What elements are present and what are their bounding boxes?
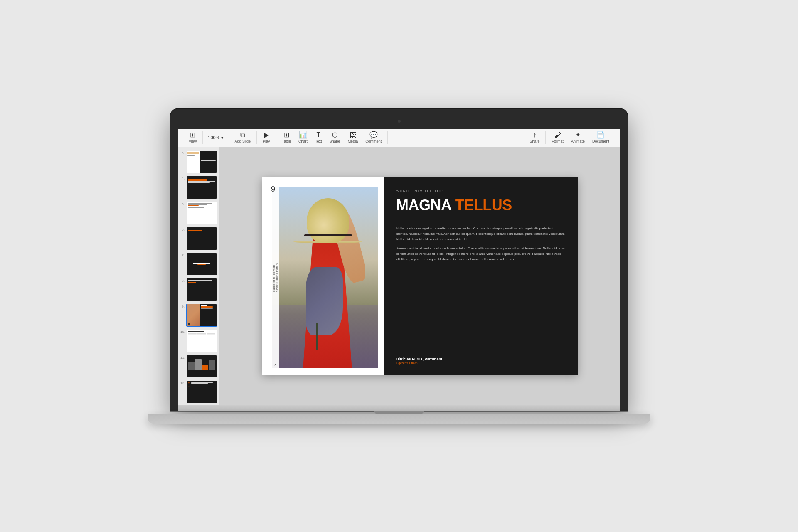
share-button[interactable]: ↑ Share — [527, 131, 542, 144]
shape-icon: ⬡ — [332, 132, 338, 138]
toolbar-zoom-group: 100% ▾ — [203, 134, 229, 141]
add-slide-icon: ⧉ — [240, 132, 245, 138]
media-icon: 🖼 — [350, 132, 356, 138]
toolbar-addslide-group: ⧉ Add Slide — [229, 131, 257, 144]
slide-6-img[interactable] — [186, 227, 217, 250]
toolbar-play-group: ▶ Play — [257, 131, 276, 144]
document-icon: 📄 — [596, 132, 605, 138]
document-label: Document — [592, 139, 609, 143]
toolbar-view-group: ⊞ View — [183, 131, 203, 144]
animate-button[interactable]: ✦ Animate — [569, 131, 587, 144]
slide-thumb-12[interactable]: 12. 01 02 — [180, 380, 217, 404]
slide-title-white: MAGNA — [396, 197, 455, 214]
text-icon: T — [316, 132, 320, 138]
slide-8-img[interactable] — [186, 278, 217, 301]
slide-5-img[interactable] — [186, 202, 217, 225]
camera — [398, 120, 401, 123]
text-button[interactable]: T Text — [313, 131, 325, 144]
toolbar-share-group: ↑ Share — [524, 131, 546, 144]
slide-title: MAGNA TELLUS — [396, 197, 566, 214]
document-button[interactable]: 📄 Document — [590, 131, 612, 144]
animate-label: Animate — [571, 139, 585, 143]
laptop-desk — [148, 414, 650, 424]
share-label: Share — [530, 139, 539, 143]
laptop-wrapper: ⊞ View 100% ▾ ⧉ Add Slide — [170, 109, 628, 424]
page-number: 9 — [271, 185, 275, 194]
play-label: Play — [263, 139, 270, 143]
table-icon: ⊞ — [284, 132, 289, 138]
media-button[interactable]: 🖼 Media — [345, 131, 361, 144]
slide-9-img[interactable] — [186, 304, 217, 327]
slide-thumb-9[interactable]: 9. — [180, 304, 217, 327]
add-slide-button[interactable]: ⧉ Add Slide — [232, 131, 254, 144]
zoom-value: 100% — [208, 135, 219, 140]
toolbar-insert-group: ⊞ Table 📊 Chart T Text ⬡ Shape — [276, 131, 388, 144]
arrow-indicator: → — [269, 360, 278, 369]
chart-icon: 📊 — [299, 132, 307, 138]
toolbar-right-group: 🖌 Format ✦ Animate 📄 Document — [546, 131, 615, 144]
slide-divider — [396, 220, 411, 220]
shape-button[interactable]: ⬡ Shape — [327, 131, 343, 144]
laptop-bottom-bezel — [178, 405, 620, 411]
slide-10-img[interactable] — [186, 329, 217, 352]
comment-button[interactable]: 💬 Comment — [363, 131, 384, 144]
play-button[interactable]: ▶ Play — [260, 131, 273, 144]
table-button[interactable]: ⊞ Table — [280, 131, 294, 144]
view-icon: ⊞ — [190, 132, 195, 138]
slide-panel[interactable]: 3. — [178, 147, 219, 405]
laptop-screen-outer: ⊞ View 100% ▾ ⧉ Add Slide — [170, 109, 628, 411]
add-slide-label: Add Slide — [235, 139, 251, 143]
slide-3-img[interactable] — [186, 150, 217, 174]
laptop-base — [170, 411, 628, 424]
slide-left-panel: BlackBear for Keynote Keynote Theme Syst… — [262, 177, 384, 375]
camera-bar — [178, 116, 620, 126]
slide-12-img[interactable]: 01 02 — [186, 380, 217, 404]
comment-label: Comment — [365, 139, 382, 143]
slide-4-img[interactable] — [186, 176, 217, 199]
slide-thumb-5[interactable]: 5. — [180, 202, 217, 225]
slide-footer-name: Ultricies Purus, Parturient — [396, 357, 566, 361]
slide-thumb-8[interactable]: 8. — [180, 278, 217, 301]
chart-label: Chart — [298, 139, 308, 143]
text-label: Text — [315, 139, 322, 143]
media-label: Media — [348, 139, 358, 143]
toolbar: ⊞ View 100% ▾ ⧉ Add Slide — [178, 129, 620, 147]
format-label: Format — [552, 139, 564, 143]
slide-thumb-4[interactable]: 4. — [180, 176, 217, 199]
slide-11-img[interactable] — [186, 355, 217, 378]
format-button[interactable]: 🖌 Format — [549, 131, 566, 144]
slide-thumb-7[interactable]: 7. — [180, 253, 217, 276]
slide-body-1: Nullam quis risus eget urna mollis ornar… — [396, 226, 566, 242]
play-icon: ▶ — [264, 132, 269, 138]
table-label: Table — [282, 139, 291, 143]
slide-thumb-3[interactable]: 3. — [180, 150, 217, 174]
vertical-text-2: Keynote Theme System — [276, 263, 278, 292]
animate-icon: ✦ — [575, 132, 581, 138]
format-icon: 🖌 — [554, 132, 561, 138]
view-button[interactable]: ⊞ View — [186, 131, 199, 144]
laptop-screen: ⊞ View 100% ▾ ⧉ Add Slide — [178, 129, 620, 405]
slide-right-panel: WORD FROM THE TOP MAGNA TELLUS Nullam qu… — [384, 177, 578, 375]
slide-body-2: Aenean lacinia bibendum nulla sed consec… — [396, 246, 566, 262]
slide-footer-sub: Egestas Etiam — [396, 361, 566, 365]
view-label: View — [189, 139, 197, 143]
slide-thumb-10[interactable]: 10. — [180, 329, 217, 352]
share-icon: ↑ — [533, 132, 536, 138]
laptop-notch — [374, 411, 424, 414]
slide-thumb-6[interactable]: 6. — [180, 227, 217, 250]
slide-footer: Ultricies Purus, Parturient Egestas Etia… — [396, 350, 566, 365]
slide-thumb-11[interactable]: 11. — [180, 355, 217, 378]
slide-photo: BlackBear for Keynote Keynote Theme Syst… — [272, 187, 378, 368]
slide-title-orange: TELLUS — [455, 197, 512, 214]
comment-icon: 💬 — [369, 132, 378, 138]
zoom-control[interactable]: 100% ▾ — [206, 134, 225, 141]
shape-label: Shape — [330, 139, 340, 143]
chart-button[interactable]: 📊 Chart — [296, 131, 310, 144]
canvas-area: BlackBear for Keynote Keynote Theme Syst… — [219, 147, 620, 405]
active-slide: BlackBear for Keynote Keynote Theme Syst… — [262, 177, 578, 375]
vertical-text-1: BlackBear for Keynote — [273, 265, 275, 292]
slide-eyebrow: WORD FROM THE TOP — [396, 189, 566, 193]
slide-7-img[interactable] — [186, 253, 217, 276]
main-area: 3. — [178, 147, 620, 405]
zoom-dropdown-icon: ▾ — [221, 135, 224, 140]
